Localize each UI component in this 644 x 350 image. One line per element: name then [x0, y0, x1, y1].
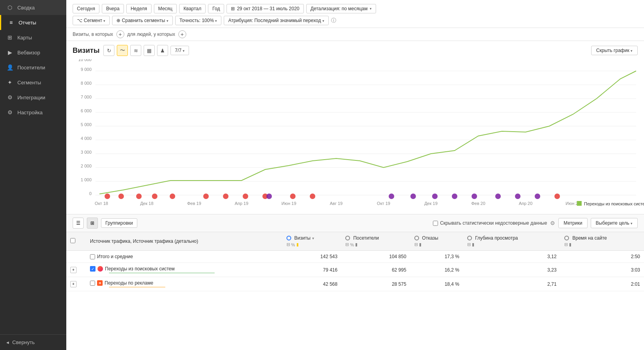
chevron-down-icon: ▾ [370, 7, 372, 11]
filter-visitors-icon[interactable]: ⊟ [345, 242, 349, 247]
ads-visits: 42 568 [283, 277, 341, 291]
month-button[interactable]: Месяц [154, 4, 177, 13]
user-chart-button[interactable]: ♟ [157, 45, 168, 56]
grid-view-button[interactable]: ⊞ [87, 218, 98, 229]
date-range-button[interactable]: ⊞ 29 окт 2018 — 31 июль 2020 [227, 4, 303, 13]
svg-point-45 [410, 194, 416, 199]
th-depth[interactable]: Глубина просмотра ⊟ ▮ [463, 232, 560, 251]
sidebar-item-otchety[interactable]: ≡ Отчеты [0, 15, 66, 30]
bounces-th-icons: ⊟ ▮ [414, 242, 459, 247]
filter-time-icon[interactable]: ⊟ [564, 242, 568, 247]
posetiteli-icon: 👤 [6, 64, 13, 71]
sidebar-item-svodka[interactable]: ⬡ Сводка [0, 0, 66, 15]
bar-visitors-icon[interactable]: ▮ [355, 242, 358, 247]
metrics-button[interactable]: Метрики [558, 218, 587, 228]
ads-expand-cell: + [66, 277, 86, 291]
svg-point-36 [170, 194, 175, 199]
count-button[interactable]: 7/7 ▾ [170, 46, 189, 55]
th-bounces[interactable]: Отказы ⊟ ▮ [410, 232, 463, 251]
year-button[interactable]: Год [208, 4, 224, 13]
bar-chart-button[interactable]: ▦ [144, 45, 155, 56]
total-checkbox[interactable] [90, 254, 95, 259]
choose-goal-button[interactable]: Выберите цель ▾ [591, 218, 638, 228]
search-time: 3:03 [560, 263, 644, 277]
today-button[interactable]: Сегодня [73, 4, 99, 13]
sidebar-item-integracii[interactable]: ⚙ Интеграции [0, 90, 66, 105]
sidebar-item-nastrojka[interactable]: ⚙ Настройка [0, 105, 66, 120]
bar-time-icon[interactable]: ▮ [569, 242, 571, 247]
bar-visits-icon[interactable]: ▮ [296, 242, 299, 247]
refresh-button[interactable]: ↻ [103, 45, 114, 56]
th-checkbox [66, 232, 86, 251]
th-visits[interactable]: Визиты ▾ ⊟ % ▮ [283, 232, 341, 251]
accuracy-button[interactable]: Точность: 100% ▾ [175, 16, 222, 25]
chevron-down-icon-cmp: ▾ [167, 19, 168, 23]
total-time: 2:50 [560, 251, 644, 263]
attribution-button[interactable]: Атрибуция: Последний значимый переход ▾ [224, 16, 328, 25]
table-section: ☰ ⊞ Группировки Скрывать статистически н… [66, 214, 644, 350]
search-expand-cell: + [66, 263, 86, 277]
hide-unreliable-checkbox[interactable] [433, 221, 438, 226]
expand-ads-button[interactable]: + [70, 281, 77, 287]
th-visitors[interactable]: Посетители ⊟ % ▮ [341, 232, 410, 251]
expand-search-button[interactable]: + [70, 267, 77, 273]
svg-point-41 [290, 194, 296, 199]
integracii-icon: ⚙ [6, 94, 13, 101]
chevron-down-icon-goal: ▾ [631, 222, 633, 225]
svg-text:Дек 18: Дек 18 [140, 201, 154, 206]
hide-chart-button[interactable]: Скрыть график ▾ [591, 46, 638, 55]
line-chart-button[interactable]: 〜 [117, 45, 128, 56]
chart-svg: 0 1 000 2 000 3 000 4 000 5 000 6 000 7 … [76, 59, 644, 209]
add-people-filter-button[interactable]: + [178, 30, 186, 38]
quarter-button[interactable]: Квартал [179, 4, 206, 13]
svg-text:Фев 20: Фев 20 [471, 201, 485, 206]
svg-point-34 [136, 194, 142, 199]
ads-checkbox[interactable] [90, 281, 95, 286]
sidebar-item-vebvizor[interactable]: ▶ Вебвизор [0, 45, 66, 60]
svg-point-48 [472, 194, 477, 199]
pct-visits-icon[interactable]: % [291, 242, 295, 247]
filter-visits-icon[interactable]: ⊟ [286, 242, 290, 247]
week-button[interactable]: Неделя [126, 4, 152, 13]
bar-bounces-icon[interactable]: ▮ [419, 242, 421, 247]
data-table: Источник трафика, Источник трафика (дета… [66, 232, 644, 291]
pct-visitors-icon[interactable]: % [350, 242, 354, 247]
yesterday-button[interactable]: Вчера [102, 4, 124, 13]
collapse-button[interactable]: ◂ Свернуть [0, 335, 66, 350]
toolbar-row-dates: Сегодня Вчера Неделя Месяц Квартал Год ⊞… [73, 4, 638, 13]
svg-point-49 [495, 194, 501, 199]
segment-button[interactable]: ⌥ Сегмент ▾ [73, 16, 110, 25]
nastrojka-icon: ⚙ [6, 109, 13, 115]
visitors-radio [345, 236, 350, 240]
svg-text:7 000: 7 000 [80, 95, 92, 99]
sidebar-item-karty[interactable]: ⊞ Карты [0, 30, 66, 45]
groupings-button[interactable]: Группировки [101, 218, 137, 228]
filter-depth-icon[interactable]: ⊟ [467, 242, 471, 247]
total-visitors: 104 850 [341, 251, 410, 263]
svg-point-33 [118, 194, 124, 199]
list-view-button[interactable]: ☰ [73, 218, 84, 229]
sidebar-item-segmenty[interactable]: ✦ Сегменты [0, 75, 66, 90]
search-visits: 79 416 [283, 263, 341, 277]
filter-bounces-icon[interactable]: ⊟ [414, 242, 418, 247]
svg-text:8 000: 8 000 [80, 81, 92, 86]
search-bounces: 16,2 % [410, 263, 463, 277]
add-visits-filter-button[interactable]: + [116, 30, 124, 38]
select-all-checkbox[interactable] [70, 238, 75, 243]
compare-segments-button[interactable]: ⊕ Сравнить сегменты ▾ [112, 16, 172, 25]
time-th-icons: ⊟ ▮ [564, 242, 640, 247]
chart-header: Визиты ↻ 〜 ≋ ▦ ♟ 7/7 ▾ Скрыть график ▾ [73, 45, 638, 56]
settings-icon[interactable]: ⚙ [550, 220, 555, 226]
svg-point-39 [243, 194, 248, 199]
th-time[interactable]: Время на сайте ⊟ ▮ [560, 232, 644, 251]
svg-text:Авг 19: Авг 19 [330, 201, 343, 206]
svg-text:3 000: 3 000 [80, 150, 92, 155]
sidebar-item-posetiteli[interactable]: 👤 Посетители [0, 60, 66, 75]
sort-visits-icon: ▾ [312, 236, 314, 240]
svg-point-52 [554, 194, 560, 199]
bar-depth-icon[interactable]: ▮ [472, 242, 474, 247]
hide-unreliable-label[interactable]: Скрывать статистически недостоверные дан… [433, 220, 547, 226]
area-chart-button[interactable]: ≋ [130, 45, 141, 56]
svg-point-44 [389, 194, 394, 199]
detail-button[interactable]: Детализация: по месяцам ▾ [306, 4, 376, 13]
